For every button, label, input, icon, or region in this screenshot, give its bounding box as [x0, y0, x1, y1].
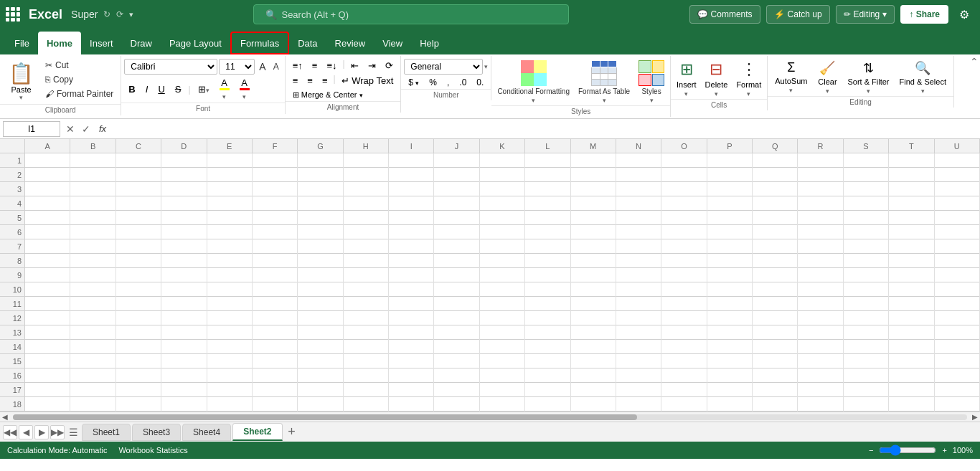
cell-O9[interactable]	[661, 268, 707, 282]
cell-J12[interactable]	[434, 311, 479, 325]
cell-N6[interactable]	[616, 225, 661, 239]
cell-I6[interactable]	[389, 225, 434, 239]
cell-K18[interactable]	[480, 397, 525, 411]
cell-S17[interactable]	[844, 383, 889, 397]
cell-K9[interactable]	[480, 268, 525, 282]
cell-I7[interactable]	[389, 239, 434, 254]
cell-J2[interactable]	[434, 168, 479, 182]
cell-G15[interactable]	[298, 354, 343, 368]
cell-E6[interactable]	[207, 225, 253, 239]
cell-O11[interactable]	[661, 297, 707, 311]
cell-F16[interactable]	[253, 368, 298, 383]
cell-R2[interactable]	[798, 168, 843, 182]
italic-button[interactable]: I	[141, 82, 153, 96]
cell-C5[interactable]	[116, 211, 161, 225]
cell-D5[interactable]	[161, 211, 207, 225]
cell-A8[interactable]	[25, 254, 70, 268]
cell-P7[interactable]	[707, 239, 753, 254]
cell-L4[interactable]	[525, 196, 570, 211]
cell-B3[interactable]	[70, 182, 116, 196]
cell-N11[interactable]	[616, 297, 661, 311]
delete-button[interactable]: ⊟ Delete ▾	[702, 59, 731, 99]
tab-view[interactable]: View	[374, 32, 411, 54]
cancel-button[interactable]: ✕	[63, 122, 77, 136]
cell-M15[interactable]	[571, 354, 616, 368]
cell-K8[interactable]	[480, 254, 525, 268]
cell-N2[interactable]	[616, 168, 661, 182]
tab-help[interactable]: Help	[411, 32, 448, 54]
cell-I2[interactable]	[389, 168, 434, 182]
cell-N9[interactable]	[616, 268, 661, 282]
cell-A4[interactable]	[25, 196, 70, 211]
cell-R3[interactable]	[798, 182, 843, 196]
cell-H9[interactable]	[344, 268, 389, 282]
cell-O15[interactable]	[661, 354, 707, 368]
cell-F10[interactable]	[253, 282, 298, 297]
cell-P6[interactable]	[707, 225, 753, 239]
row-number-18[interactable]: 18	[0, 397, 25, 411]
cell-H18[interactable]	[344, 397, 389, 411]
cell-L1[interactable]	[525, 153, 570, 168]
cell-F17[interactable]	[253, 383, 298, 397]
decrease-decimal-button[interactable]: 0.	[472, 76, 488, 89]
cell-C14[interactable]	[116, 340, 161, 354]
row-number-15[interactable]: 15	[0, 354, 25, 368]
cell-U1[interactable]	[935, 153, 980, 168]
cell-N15[interactable]	[616, 354, 661, 368]
cell-H10[interactable]	[344, 282, 389, 297]
col-header-l[interactable]: L	[525, 139, 570, 153]
cell-S4[interactable]	[844, 196, 889, 211]
row-number-3[interactable]: 3	[0, 182, 25, 196]
cell-C17[interactable]	[116, 383, 161, 397]
cell-E17[interactable]	[207, 383, 253, 397]
sheet-tab-sheet1[interactable]: Sheet1	[82, 424, 131, 441]
underline-button[interactable]: U	[154, 82, 169, 96]
cell-R12[interactable]	[798, 311, 843, 325]
cell-T11[interactable]	[889, 297, 934, 311]
cell-T13[interactable]	[889, 325, 934, 340]
cell-K7[interactable]	[480, 239, 525, 254]
cell-D11[interactable]	[161, 297, 207, 311]
cell-B9[interactable]	[70, 268, 116, 282]
cell-B12[interactable]	[70, 311, 116, 325]
format-painter-button[interactable]: 🖌 Format Painter	[41, 87, 118, 100]
cell-N14[interactable]	[616, 340, 661, 354]
cell-P1[interactable]	[707, 153, 753, 168]
text-direction-button[interactable]: ⟳	[381, 59, 397, 72]
search-box[interactable]: 🔍 Search (Alt + Q)	[253, 4, 569, 24]
cell-M4[interactable]	[571, 196, 616, 211]
cell-C8[interactable]	[116, 254, 161, 268]
cell-L14[interactable]	[525, 340, 570, 354]
cell-K3[interactable]	[480, 182, 525, 196]
cell-D12[interactable]	[161, 311, 207, 325]
cell-N17[interactable]	[616, 383, 661, 397]
cell-Q16[interactable]	[753, 368, 798, 383]
cell-C9[interactable]	[116, 268, 161, 282]
cell-E8[interactable]	[207, 254, 253, 268]
cell-E4[interactable]	[207, 196, 253, 211]
cell-G13[interactable]	[298, 325, 343, 340]
cell-F6[interactable]	[253, 225, 298, 239]
cell-D2[interactable]	[161, 168, 207, 182]
cell-G5[interactable]	[298, 211, 343, 225]
cell-P3[interactable]	[707, 182, 753, 196]
bold-button[interactable]: B	[124, 82, 139, 96]
cell-K5[interactable]	[480, 211, 525, 225]
cell-K10[interactable]	[480, 282, 525, 297]
cell-O7[interactable]	[661, 239, 707, 254]
cell-P11[interactable]	[707, 297, 753, 311]
cell-K2[interactable]	[480, 168, 525, 182]
cell-U13[interactable]	[935, 325, 980, 340]
cell-H11[interactable]	[344, 297, 389, 311]
cell-E9[interactable]	[207, 268, 253, 282]
cell-H2[interactable]	[344, 168, 389, 182]
comments-button[interactable]: 💬 Comments	[689, 5, 760, 24]
cell-I15[interactable]	[389, 354, 434, 368]
decrease-font-button[interactable]: A	[270, 61, 282, 72]
cell-G6[interactable]	[298, 225, 343, 239]
settings-button[interactable]: ⚙	[954, 4, 974, 24]
cell-K1[interactable]	[480, 153, 525, 168]
cell-C4[interactable]	[116, 196, 161, 211]
cell-Q14[interactable]	[753, 340, 798, 354]
cell-A14[interactable]	[25, 340, 70, 354]
